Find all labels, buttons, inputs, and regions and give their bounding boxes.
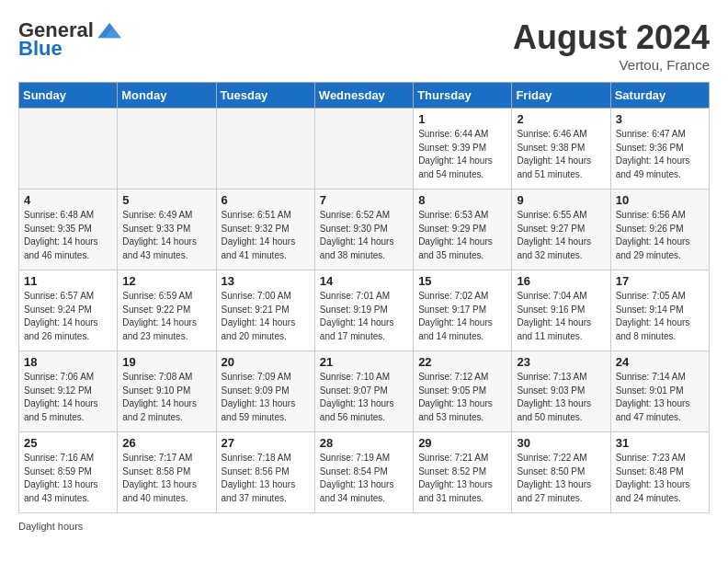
day-number: 20 <box>222 355 310 369</box>
day-number: 15 <box>418 274 506 288</box>
day-info: Sunrise: 7:13 AMSunset: 9:03 PMDaylight:… <box>517 371 605 424</box>
daylight-label: Daylight hours <box>18 521 83 532</box>
calendar-cell <box>216 109 314 190</box>
logo-icon <box>97 21 123 40</box>
day-info: Sunrise: 7:22 AMSunset: 8:50 PMDaylight:… <box>517 452 605 505</box>
day-info: Sunrise: 6:51 AMSunset: 9:32 PMDaylight:… <box>222 209 310 262</box>
day-number: 31 <box>616 436 704 450</box>
logo: General Blue <box>18 18 123 61</box>
calendar-cell: 21Sunrise: 7:10 AMSunset: 9:07 PMDayligh… <box>314 351 413 432</box>
day-info: Sunrise: 6:52 AMSunset: 9:30 PMDaylight:… <box>320 209 408 262</box>
calendar-cell: 18Sunrise: 7:06 AMSunset: 9:12 PMDayligh… <box>19 351 118 432</box>
day-info: Sunrise: 6:47 AMSunset: 9:36 PMDaylight:… <box>616 128 704 181</box>
day-number: 25 <box>24 436 112 450</box>
week-row-1: 1Sunrise: 6:44 AMSunset: 9:39 PMDaylight… <box>19 109 710 190</box>
day-info: Sunrise: 7:21 AMSunset: 8:52 PMDaylight:… <box>418 452 506 505</box>
calendar-cell: 9Sunrise: 6:55 AMSunset: 9:27 PMDaylight… <box>512 190 610 270</box>
day-info: Sunrise: 7:09 AMSunset: 9:09 PMDaylight:… <box>222 371 310 424</box>
day-info: Sunrise: 7:02 AMSunset: 9:17 PMDaylight:… <box>418 290 506 343</box>
day-info: Sunrise: 7:05 AMSunset: 9:14 PMDaylight:… <box>616 290 704 343</box>
day-info: Sunrise: 7:12 AMSunset: 9:05 PMDaylight:… <box>418 371 506 424</box>
day-number: 13 <box>222 274 310 288</box>
day-info: Sunrise: 7:06 AMSunset: 9:12 PMDaylight:… <box>24 371 112 424</box>
day-number: 30 <box>517 436 605 450</box>
day-number: 24 <box>616 355 704 369</box>
calendar-cell: 22Sunrise: 7:12 AMSunset: 9:05 PMDayligh… <box>414 351 512 432</box>
calendar-cell: 27Sunrise: 7:18 AMSunset: 8:56 PMDayligh… <box>216 432 314 513</box>
title-block: August 2024 Vertou, France <box>513 18 710 73</box>
calendar-cell: 13Sunrise: 7:00 AMSunset: 9:21 PMDayligh… <box>216 270 314 351</box>
calendar-cell: 7Sunrise: 6:52 AMSunset: 9:30 PMDaylight… <box>314 190 413 270</box>
day-number: 28 <box>320 436 408 450</box>
day-number: 12 <box>122 274 210 288</box>
page-header: General Blue August 2024 Vertou, France <box>18 18 710 73</box>
day-header-friday: Friday <box>512 83 610 109</box>
calendar-cell: 30Sunrise: 7:22 AMSunset: 8:50 PMDayligh… <box>512 432 610 513</box>
day-info: Sunrise: 7:04 AMSunset: 9:16 PMDaylight:… <box>517 290 605 343</box>
calendar-cell: 12Sunrise: 6:59 AMSunset: 9:22 PMDayligh… <box>118 270 216 351</box>
day-number: 4 <box>24 193 112 207</box>
calendar-cell: 31Sunrise: 7:23 AMSunset: 8:48 PMDayligh… <box>610 432 709 513</box>
calendar-cell: 17Sunrise: 7:05 AMSunset: 9:14 PMDayligh… <box>610 270 709 351</box>
day-info: Sunrise: 6:44 AMSunset: 9:39 PMDaylight:… <box>418 128 506 181</box>
day-info: Sunrise: 6:48 AMSunset: 9:35 PMDaylight:… <box>24 209 112 262</box>
calendar-cell <box>314 109 413 190</box>
week-row-4: 18Sunrise: 7:06 AMSunset: 9:12 PMDayligh… <box>19 351 710 432</box>
day-info: Sunrise: 7:23 AMSunset: 8:48 PMDaylight:… <box>616 452 704 505</box>
day-info: Sunrise: 7:08 AMSunset: 9:10 PMDaylight:… <box>122 371 210 424</box>
day-number: 2 <box>517 112 605 126</box>
day-number: 23 <box>517 355 605 369</box>
day-number: 17 <box>616 274 704 288</box>
day-number: 29 <box>418 436 506 450</box>
day-info: Sunrise: 7:16 AMSunset: 8:59 PMDaylight:… <box>24 452 112 505</box>
day-number: 19 <box>122 355 210 369</box>
location: Vertou, France <box>513 57 710 73</box>
day-header-saturday: Saturday <box>610 83 709 109</box>
calendar-cell: 6Sunrise: 6:51 AMSunset: 9:32 PMDaylight… <box>216 190 314 270</box>
logo-blue-text: Blue <box>18 37 63 61</box>
calendar-cell: 14Sunrise: 7:01 AMSunset: 9:19 PMDayligh… <box>314 270 413 351</box>
day-number: 11 <box>24 274 112 288</box>
day-info: Sunrise: 6:55 AMSunset: 9:27 PMDaylight:… <box>517 209 605 262</box>
calendar-cell: 25Sunrise: 7:16 AMSunset: 8:59 PMDayligh… <box>19 432 118 513</box>
day-number: 6 <box>222 193 310 207</box>
day-number: 10 <box>616 193 704 207</box>
day-number: 22 <box>418 355 506 369</box>
day-number: 21 <box>320 355 408 369</box>
day-info: Sunrise: 6:53 AMSunset: 9:29 PMDaylight:… <box>418 209 506 262</box>
day-info: Sunrise: 6:57 AMSunset: 9:24 PMDaylight:… <box>24 290 112 343</box>
calendar-cell: 24Sunrise: 7:14 AMSunset: 9:01 PMDayligh… <box>610 351 709 432</box>
month-year: August 2024 <box>513 18 710 57</box>
calendar-cell: 15Sunrise: 7:02 AMSunset: 9:17 PMDayligh… <box>414 270 512 351</box>
day-number: 26 <box>122 436 210 450</box>
calendar-cell: 19Sunrise: 7:08 AMSunset: 9:10 PMDayligh… <box>118 351 216 432</box>
week-row-2: 4Sunrise: 6:48 AMSunset: 9:35 PMDaylight… <box>19 190 710 270</box>
day-number: 18 <box>24 355 112 369</box>
day-number: 27 <box>222 436 310 450</box>
calendar-cell <box>19 109 118 190</box>
calendar-cell: 1Sunrise: 6:44 AMSunset: 9:39 PMDaylight… <box>414 109 512 190</box>
day-number: 7 <box>320 193 408 207</box>
calendar-cell: 10Sunrise: 6:56 AMSunset: 9:26 PMDayligh… <box>610 190 709 270</box>
day-number: 9 <box>517 193 605 207</box>
calendar-table: SundayMondayTuesdayWednesdayThursdayFrid… <box>18 82 710 513</box>
calendar-header-row: SundayMondayTuesdayWednesdayThursdayFrid… <box>19 83 710 109</box>
calendar-cell: 8Sunrise: 6:53 AMSunset: 9:29 PMDaylight… <box>414 190 512 270</box>
calendar-cell: 11Sunrise: 6:57 AMSunset: 9:24 PMDayligh… <box>19 270 118 351</box>
calendar-cell: 5Sunrise: 6:49 AMSunset: 9:33 PMDaylight… <box>118 190 216 270</box>
day-info: Sunrise: 7:18 AMSunset: 8:56 PMDaylight:… <box>222 452 310 505</box>
footer: Daylight hours <box>18 521 710 532</box>
calendar-cell <box>118 109 216 190</box>
day-number: 16 <box>517 274 605 288</box>
calendar-cell: 20Sunrise: 7:09 AMSunset: 9:09 PMDayligh… <box>216 351 314 432</box>
calendar-cell: 23Sunrise: 7:13 AMSunset: 9:03 PMDayligh… <box>512 351 610 432</box>
day-header-tuesday: Tuesday <box>216 83 314 109</box>
day-info: Sunrise: 6:59 AMSunset: 9:22 PMDaylight:… <box>122 290 210 343</box>
day-info: Sunrise: 7:01 AMSunset: 9:19 PMDaylight:… <box>320 290 408 343</box>
day-info: Sunrise: 7:00 AMSunset: 9:21 PMDaylight:… <box>222 290 310 343</box>
day-info: Sunrise: 6:56 AMSunset: 9:26 PMDaylight:… <box>616 209 704 262</box>
day-header-thursday: Thursday <box>414 83 512 109</box>
day-number: 5 <box>122 193 210 207</box>
day-info: Sunrise: 6:49 AMSunset: 9:33 PMDaylight:… <box>122 209 210 262</box>
day-header-sunday: Sunday <box>19 83 118 109</box>
